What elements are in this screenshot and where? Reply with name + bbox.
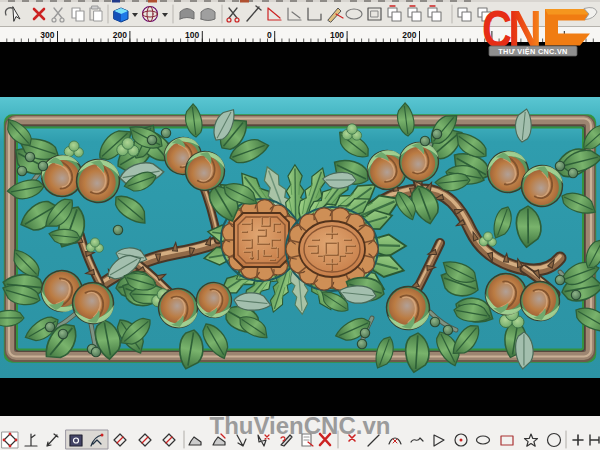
svg-text:THƯ VIỆN CNC.VN: THƯ VIỆN CNC.VN	[498, 47, 567, 56]
svg-text:0: 0	[267, 30, 272, 40]
svg-text:300: 300	[40, 30, 54, 40]
svg-text:200: 200	[402, 30, 416, 40]
svg-text:100: 100	[185, 30, 199, 40]
svg-text:200: 200	[113, 30, 127, 40]
svg-text:100: 100	[330, 30, 344, 40]
